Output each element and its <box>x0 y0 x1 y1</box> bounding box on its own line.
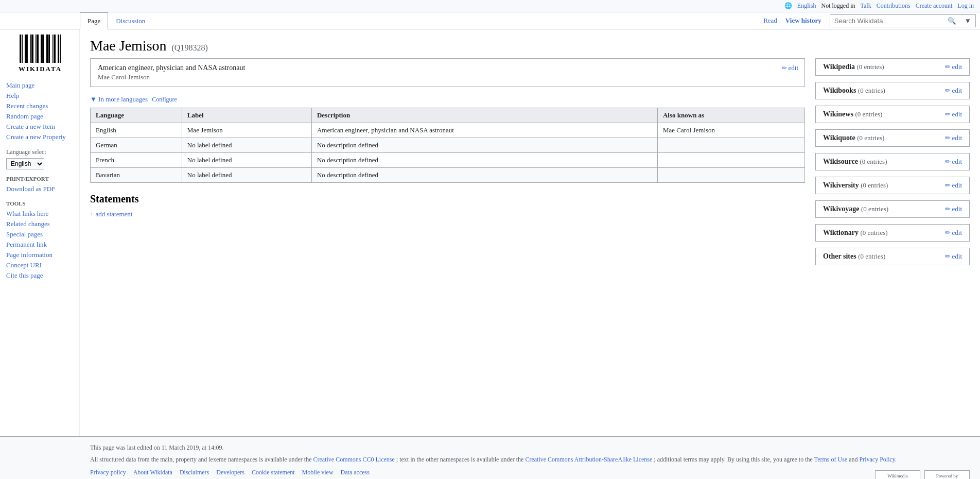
wiki-entries: (0 entries) <box>858 87 885 94</box>
search-expand-button[interactable]: ▼ <box>960 15 975 27</box>
sidebar-item-permanent-link[interactable]: Permanent link <box>6 239 74 250</box>
search-button[interactable]: 🔍 <box>943 15 960 27</box>
lang-toggle[interactable]: ▼ In more languages Configure <box>90 95 805 104</box>
wiki-box: Wikisource (0 entries) ✏ edit <box>815 153 970 170</box>
tab-page[interactable]: Page <box>80 12 108 29</box>
content-area: American engineer, physician and NASA as… <box>90 58 970 271</box>
wiki-box: Wikipedia (0 entries) ✏ edit <box>815 58 970 76</box>
wiki-name: Wikibooks (0 entries) <box>823 87 885 95</box>
talk-link[interactable]: Talk <box>861 2 871 10</box>
pencil-icon: ✏ <box>945 158 951 166</box>
wiki-box: Wikiversity (0 entries) ✏ edit <box>815 177 970 194</box>
wiki-box: Other sites (0 entries) ✏ edit <box>815 248 970 265</box>
wiki-entries: (0 entries) <box>860 229 887 236</box>
cc0-license-link[interactable]: Creative Commons CC0 License <box>313 456 395 463</box>
sidebar-lang-section: Language select English German French <box>6 148 74 169</box>
wiki-edit-link[interactable]: ✏ edit <box>945 63 962 71</box>
wiki-box: Wiktionary (0 entries) ✏ edit <box>815 224 970 242</box>
wiki-entries: (0 entries) <box>855 110 882 118</box>
pencil-icon: ✏ <box>782 64 787 72</box>
lang-cell: Bavarian <box>91 168 182 183</box>
sidebar-item-recent-changes[interactable]: Recent changes <box>6 101 74 111</box>
col-label: Label <box>182 108 311 123</box>
view-history-link[interactable]: View history <box>785 16 821 25</box>
read-link[interactable]: Read <box>763 16 777 25</box>
add-statement-link[interactable]: + add statement <box>90 210 132 218</box>
mediawiki-logo: Powered byMediaWiki <box>924 470 970 479</box>
footer-license-mid: ; text in the other namespaces is availa… <box>396 456 524 463</box>
sidebar-item-page-information[interactable]: Page information <box>6 250 74 260</box>
terms-of-use-link[interactable]: Terms of Use <box>814 456 847 463</box>
page-title: Mae Jemison <box>90 38 167 54</box>
description-main: American engineer, physician and NASA as… <box>98 64 797 72</box>
sidebar-item-special-pages[interactable]: Special pages <box>6 229 74 239</box>
footer-link[interactable]: Disclaimers <box>180 469 209 476</box>
label-cell: Mae Jemison <box>182 123 311 138</box>
lang-cell: French <box>91 153 182 168</box>
lang-cell: German <box>91 138 182 153</box>
privacy-policy-link[interactable]: Privacy Policy <box>859 456 895 463</box>
sidebar-navigation: Main page Help Recent changes Random pag… <box>6 80 74 142</box>
configure-link[interactable]: Configure <box>152 96 177 104</box>
wiki-edit-link[interactable]: ✏ edit <box>945 181 962 190</box>
description-edit-label: edit <box>789 64 799 72</box>
wikimedia-logo: Wikimediaproject <box>875 470 920 479</box>
lang-select[interactable]: English German French <box>6 158 74 169</box>
description-edit-link[interactable]: ✏ edit <box>782 64 799 72</box>
language-link[interactable]: English <box>797 2 816 10</box>
lang-toggle-text: ▼ In more languages <box>90 95 148 104</box>
contributions-link[interactable]: Contributions <box>877 2 911 10</box>
sidebar-item-related-changes[interactable]: Related changes <box>6 219 74 229</box>
wiki-edit-link[interactable]: ✏ edit <box>945 158 962 166</box>
tab-actions: Read View history 🔍 ▼ <box>763 14 980 27</box>
sidebar-item-create-property[interactable]: Create a new Property <box>6 132 74 142</box>
wiki-edit-link[interactable]: ✏ edit <box>945 134 962 142</box>
wiki-entries: (0 entries) <box>860 158 887 165</box>
left-panel: American engineer, physician and NASA as… <box>90 58 805 271</box>
log-in-link[interactable]: Log in <box>957 2 974 10</box>
wiki-edit-link[interactable]: ✏ edit <box>945 87 962 95</box>
pencil-icon: ✏ <box>945 63 951 71</box>
wiki-edit-link[interactable]: ✏ edit <box>945 252 962 261</box>
sidebar: WIKIDATA Main page Help Recent changes R… <box>0 29 80 436</box>
sidebar-item-download-pdf[interactable]: Download as PDF <box>6 184 74 194</box>
wiki-edit-link[interactable]: ✏ edit <box>945 205 962 213</box>
pencil-icon: ✏ <box>945 229 951 237</box>
description-cell: No description defined <box>311 168 657 183</box>
label-cell: No label defined <box>182 138 311 153</box>
wiki-entries: (0 entries) <box>857 63 884 71</box>
cc-sa-license-link[interactable]: Creative Commons Attribution-ShareAlike … <box>525 456 652 463</box>
top-links: 🌐 English Not logged in Talk Contributio… <box>784 2 974 10</box>
sidebar-item-what-links-here[interactable]: What links here <box>6 209 74 219</box>
wiki-entries: (0 entries) <box>861 181 888 189</box>
footer-license-text: All structured data from the main, prope… <box>90 456 312 463</box>
footer-last-edited: This page was last edited on 11 March 20… <box>90 444 970 452</box>
wiki-edit-link[interactable]: ✏ edit <box>945 110 962 118</box>
tab-discussion[interactable]: Discussion <box>108 12 153 29</box>
page-qid: (Q198328) <box>172 43 208 53</box>
sidebar-tools-section: Tools What links here Related changes Sp… <box>6 200 74 281</box>
lang-cell: English <box>91 123 182 138</box>
create-account-link[interactable]: Create account <box>916 2 953 10</box>
col-also-known-as: Also known as <box>657 108 804 123</box>
search-input[interactable] <box>830 15 943 27</box>
footer-link[interactable]: Mobile view <box>302 469 334 476</box>
sidebar-item-main-page[interactable]: Main page <box>6 80 74 91</box>
sidebar-item-concept-uri[interactable]: Concept URI <box>6 260 74 270</box>
description-alt: Mae Carol Jemison <box>98 73 797 81</box>
footer-link[interactable]: Developers <box>216 469 244 476</box>
also-known-as-cell: Mae Carol Jemison <box>657 123 804 138</box>
footer-link[interactable]: Data access <box>341 469 370 476</box>
sidebar-item-cite-this-page[interactable]: Cite this page <box>6 270 74 281</box>
wiki-edit-link[interactable]: ✏ edit <box>945 229 962 237</box>
footer-link[interactable]: Privacy policy <box>90 469 126 476</box>
sidebar-item-random-page[interactable]: Random page <box>6 111 74 122</box>
pencil-icon: ✏ <box>945 134 951 142</box>
footer-link[interactable]: About Wikidata <box>133 469 172 476</box>
footer-link[interactable]: Cookie statement <box>252 469 295 476</box>
language-table: Language Label Description Also known as… <box>90 108 805 183</box>
sidebar-item-help[interactable]: Help <box>6 91 74 101</box>
layout: WIKIDATA Main page Help Recent changes R… <box>0 29 980 436</box>
sidebar-item-create-item[interactable]: Create a new Item <box>6 122 74 132</box>
lang-select-dropdown[interactable]: English German French <box>6 158 44 169</box>
